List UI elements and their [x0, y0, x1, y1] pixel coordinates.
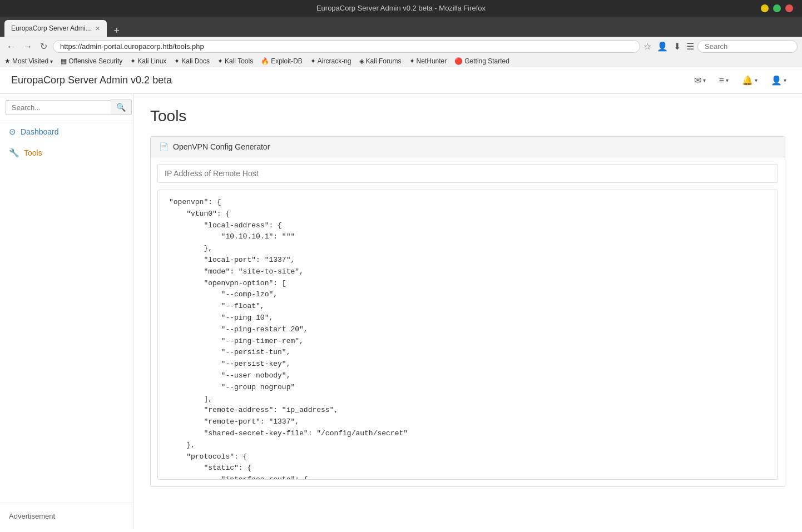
tab-bar: EuropaCorp Server Admi... ✕ +	[0, 17, 802, 37]
titlebar-title: EuropaCorp Server Admin v0.2 beta - Mozi…	[316, 3, 486, 14]
bookmark-label: Kali Docs	[181, 57, 210, 65]
config-output-text: "openvpn": { "vtun0": { "local-address":…	[165, 195, 771, 479]
titlebar: EuropaCorp Server Admin v0.2 beta - Mozi…	[0, 0, 802, 17]
close-dot[interactable]	[785, 4, 793, 12]
app-title: EuropaCorp Server Admin v0.2 beta	[11, 74, 172, 86]
list-icon: ≡	[719, 76, 724, 86]
dropdown-arrow: ▾	[50, 58, 53, 64]
bookmark-star-icon[interactable]: ☆	[643, 41, 651, 52]
mail-icon: ✉	[694, 75, 701, 86]
app-wrapper: EuropaCorp Server Admin v0.2 beta ✉ ▾ ≡ …	[0, 67, 802, 529]
bookmark-getting-started[interactable]: 🔴 Getting Started	[454, 57, 509, 65]
address-bar-icons: ☆ 👤 ⬇ ☰	[643, 41, 694, 52]
tab-close-button[interactable]: ✕	[95, 25, 100, 32]
bookmark-kali-docs[interactable]: ✦ Kali Docs	[174, 57, 210, 65]
sidebar-item-dashboard[interactable]: ⊙ Dashboard	[0, 121, 133, 142]
address-bar: ← → ↻ ☆ 👤 ⬇ ☰	[0, 37, 802, 56]
user-button[interactable]: 👤 ▾	[766, 73, 791, 88]
config-output-scroll[interactable]: "openvpn": { "vtun0": { "local-address":…	[158, 190, 778, 479]
bookmark-kali-tools[interactable]: ✦ Kali Tools	[217, 57, 253, 65]
new-tab-button[interactable]: +	[110, 25, 123, 37]
active-tab[interactable]: EuropaCorp Server Admi... ✕	[4, 20, 107, 37]
list-button[interactable]: ≡ ▾	[715, 73, 733, 88]
main-content: Tools 📄 OpenVPN Config Generator "openvp…	[133, 94, 802, 529]
bookmark-label: Getting Started	[464, 57, 509, 65]
browser-search-input[interactable]	[697, 40, 798, 53]
header-icons: ✉ ▾ ≡ ▾ 🔔 ▾ 👤 ▾	[690, 73, 791, 88]
reader-icon[interactable]: 👤	[657, 41, 668, 52]
list-dropdown-arrow: ▾	[726, 77, 729, 83]
kali-docs-icon: ✦	[174, 57, 180, 65]
card-header-label: OpenVPN Config Generator	[173, 142, 270, 151]
sidebar-search-button[interactable]: 🔍	[111, 100, 132, 115]
tab-label: EuropaCorp Server Admi...	[11, 24, 91, 32]
advertisement-label: Advertisement	[9, 512, 55, 520]
bookmark-label: Offensive Security	[68, 57, 122, 65]
download-icon[interactable]: ⬇	[674, 41, 681, 52]
user-icon: 👤	[771, 75, 782, 86]
minimize-dot[interactable]	[761, 4, 769, 12]
bookmark-exploit-db[interactable]: 🔥 Exploit-DB	[261, 57, 303, 65]
bookmarks-bar: ★ Most Visited ▾ ▦ Offensive Security ✦ …	[0, 56, 802, 67]
sidebar-search: 🔍	[0, 94, 133, 121]
app-header: EuropaCorp Server Admin v0.2 beta ✉ ▾ ≡ …	[0, 67, 802, 94]
sidebar-dashboard-label: Dashboard	[21, 127, 59, 136]
tools-card: 📄 OpenVPN Config Generator "openvpn": { …	[150, 136, 785, 487]
reload-button[interactable]: ↻	[38, 40, 49, 53]
bookmark-label: Kali Forums	[366, 57, 402, 65]
mail-dropdown-arrow: ▾	[703, 77, 706, 83]
tools-icon: 🔧	[9, 148, 19, 158]
ip-address-input[interactable]	[157, 164, 778, 183]
dashboard-icon: ⊙	[9, 127, 16, 137]
bell-dropdown-arrow: ▾	[755, 77, 758, 83]
bell-button[interactable]: 🔔 ▾	[737, 73, 762, 88]
bookmark-nethunter[interactable]: ✦ NetHunter	[409, 57, 447, 65]
sidebar-search-input[interactable]	[6, 100, 111, 115]
kali-forums-icon: ◈	[359, 57, 364, 65]
bookmark-label: Kali Tools	[225, 57, 253, 65]
getting-started-icon: 🔴	[454, 57, 463, 65]
bookmark-kali-forums[interactable]: ◈ Kali Forums	[359, 57, 402, 65]
user-dropdown-arrow: ▾	[784, 77, 786, 83]
app-body: 🔍 ⊙ Dashboard 🔧 Tools Advertisement Tool…	[0, 94, 802, 529]
mail-button[interactable]: ✉ ▾	[690, 73, 710, 88]
forward-button[interactable]: →	[21, 41, 34, 53]
bookmark-offensive-security[interactable]: ▦ Offensive Security	[61, 57, 122, 65]
sidebar-advertisement: Advertisement	[0, 503, 133, 529]
kali-linux-icon: ✦	[130, 57, 136, 65]
maximize-dot[interactable]	[773, 4, 781, 12]
aircrack-ng-icon: ✦	[310, 57, 316, 65]
bookmark-label: Kali Linux	[137, 57, 166, 65]
nethunter-icon: ✦	[409, 57, 415, 65]
tools-card-body: "openvpn": { "vtun0": { "local-address":…	[151, 157, 785, 486]
config-output-wrapper: "openvpn": { "vtun0": { "local-address":…	[157, 190, 778, 480]
sidebar-item-tools[interactable]: 🔧 Tools	[0, 142, 133, 163]
sidebar-nav: ⊙ Dashboard 🔧 Tools	[0, 121, 133, 503]
tools-card-header: 📄 OpenVPN Config Generator	[151, 137, 785, 157]
exploit-db-icon: 🔥	[261, 57, 269, 65]
titlebar-controls	[761, 4, 793, 12]
address-input[interactable]	[53, 40, 640, 53]
most-visited-icon: ★	[4, 57, 11, 65]
bookmark-label: Exploit-DB	[271, 57, 303, 65]
kali-tools-icon: ✦	[217, 57, 223, 65]
bookmark-label: Aircrack-ng	[318, 57, 352, 65]
sidebar-tools-label: Tools	[24, 148, 42, 157]
menu-icon[interactable]: ☰	[686, 41, 694, 52]
bell-icon: 🔔	[742, 75, 753, 86]
page-title: Tools	[150, 107, 785, 125]
offensive-security-icon: ▦	[61, 57, 67, 65]
sidebar: 🔍 ⊙ Dashboard 🔧 Tools Advertisement	[0, 94, 133, 529]
bookmark-most-visited[interactable]: ★ Most Visited ▾	[4, 57, 53, 65]
card-header-icon: 📄	[159, 142, 169, 151]
back-button[interactable]: ←	[4, 41, 18, 53]
bookmark-kali-linux[interactable]: ✦ Kali Linux	[130, 57, 166, 65]
bookmark-label: NetHunter	[417, 57, 447, 65]
bookmark-aircrack-ng[interactable]: ✦ Aircrack-ng	[310, 57, 352, 65]
bookmark-label: Most Visited	[12, 57, 48, 65]
